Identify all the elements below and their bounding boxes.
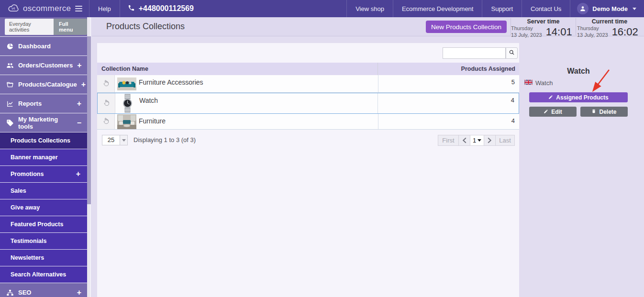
brand-area: v4 oscommerce [0,0,89,17]
detail-language-row: Watch [524,79,553,87]
chevron-down-icon [477,139,481,142]
minus-icon: − [77,119,81,127]
column-collection-name[interactable]: Collection Name [97,63,378,75]
products-assigned-count: 4 [378,114,519,129]
top-navbar: v4 oscommerce Help +448000112569 View sh… [0,0,644,17]
plus-icon: + [77,61,81,70]
server-time-block: Server time Thursday 13 July, 2023 14:01 [511,18,576,36]
menu-mode-toggle: Everyday activities Full menu [0,17,87,36]
sidebar-subitem-newsletters[interactable]: Newsletters [0,249,87,266]
pencil-icon [548,94,553,101]
collection-thumbnail-furniture [115,114,139,129]
user-menu[interactable]: Demo Mode [570,0,644,17]
phone-number: +448000112569 [139,4,194,13]
sidebar-scrollbar-thumb[interactable] [87,36,91,204]
nav-contact-us[interactable]: Contact Us [522,0,570,17]
drag-handle[interactable] [97,114,115,129]
sidebar-subitem-featured-products[interactable]: Featured Products [0,216,87,232]
phone-icon [128,4,135,13]
hand-drag-icon [102,79,110,88]
uk-flag-icon [524,79,533,87]
sidebar-item-seo[interactable]: SEO + [0,283,87,297]
sidebar-item-orders-customers[interactable]: Orders/Customers + [0,55,87,75]
search-button[interactable] [506,47,518,59]
page-size-value: 25 [102,135,120,145]
collection-name: Furniture [139,114,378,129]
users-icon [6,62,14,69]
collection-name: Furniture Accessories [139,75,378,92]
current-time-value: 16:02 [612,26,638,38]
user-avatar [577,3,588,14]
sidebar-subitem-products-collections[interactable]: Products Collections [0,132,87,149]
brand-name: oscommerce [23,4,71,13]
plus-icon: + [81,80,86,89]
detail-title: Watch [519,67,638,76]
nav-ecommerce-development[interactable]: Ecommerce Development [393,0,482,17]
detail-language-label: Watch [535,79,553,87]
collection-name: Watch [139,93,378,113]
server-time-value: 14:01 [546,26,572,38]
plus-icon: + [76,170,80,178]
nav-view-shop[interactable]: View shop [346,0,393,17]
page-size-dropdown[interactable] [120,135,128,145]
sidebar-item-my-marketing-tools[interactable]: My Marketing tools − [0,113,87,132]
sidebar-item-products-catalogue[interactable]: Products/Catalogue + [0,75,87,94]
chevron-down-icon [633,8,636,10]
pagination-prev-button[interactable] [458,135,470,146]
user-label: Demo Mode [592,5,628,12]
server-time-date: Thursday 13 July, 2023 [511,25,542,39]
pagination-last-button[interactable]: Last [495,135,515,146]
toggle-full-menu[interactable]: Full menu [54,19,87,35]
pagination-next-button[interactable] [484,135,496,146]
table-row[interactable]: Furniture Accessories 5 [97,75,519,93]
phone-link[interactable]: +448000112569 [120,0,201,17]
chevron-right-icon [488,138,492,143]
table-row[interactable]: Furniture 4 [97,114,519,130]
cloud-logo-icon: v4 [8,3,20,14]
page-title: Products Collections [106,22,185,32]
sidebar: Everyday activities Full menu Dashboard … [0,17,87,297]
hamburger-menu-icon[interactable] [75,6,82,11]
delete-button[interactable]: Delete [580,107,628,117]
pagination-page-select[interactable]: 1 [470,135,484,146]
sidebar-subitem-give-away[interactable]: Give away [0,199,87,216]
sidebar-item-dashboard[interactable]: Dashboard [0,36,87,55]
pagination-status: Displaying 1 to 3 (of 3) [133,136,196,143]
sidebar-subitem-sales[interactable]: Sales [0,182,87,199]
sidebar-scrollbar[interactable] [87,17,91,297]
nav-support[interactable]: Support [482,0,522,17]
current-time-date: Thursday 13 July, 2023 [577,25,608,39]
trash-icon [591,109,596,115]
dashboard-icon [6,43,14,50]
new-products-collection-button[interactable]: New Products Collection [426,21,507,33]
products-assigned-count: 4 [378,93,519,113]
sidebar-subitem-banner-manager[interactable]: Banner manager [0,149,87,165]
server-time-label: Server time [511,18,576,25]
column-products-assigned[interactable]: Products Assigned [378,66,519,72]
sidebar-subitem-testimonials[interactable]: Testimonials [0,232,87,249]
drag-handle[interactable] [98,93,115,113]
sidebar-subitem-search-alternatives[interactable]: Search Alternatives [0,266,87,283]
assigned-products-button[interactable]: Assigned Products [529,92,628,102]
help-link[interactable]: Help [89,0,120,17]
current-time-block: Current time Thursday 13 July, 2023 16:0… [577,18,642,36]
sidebar-item-reports[interactable]: Reports + [0,94,87,113]
svg-text:v4: v4 [11,7,15,10]
table-row-selected[interactable]: Watch 4 [97,93,519,114]
hand-drag-icon [102,117,110,126]
table-header: Collection Name Products Assigned [97,63,519,75]
brand-logo[interactable]: v4 oscommerce [8,3,71,14]
chevron-down-icon [122,139,126,142]
folder-icon [6,81,14,88]
edit-button[interactable]: Edit [529,107,577,117]
toggle-everyday-activities[interactable]: Everyday activities [5,19,54,35]
plus-icon: + [77,99,81,108]
search-input[interactable] [443,47,506,59]
drag-handle[interactable] [97,75,115,92]
pagination-first-button[interactable]: First [438,135,459,146]
divider [576,18,576,35]
pencil-icon [544,109,548,115]
collection-thumbnail-watch [115,93,139,113]
sidebar-subitem-promotions[interactable]: Promotions + [0,165,87,182]
search-icon [509,49,515,57]
